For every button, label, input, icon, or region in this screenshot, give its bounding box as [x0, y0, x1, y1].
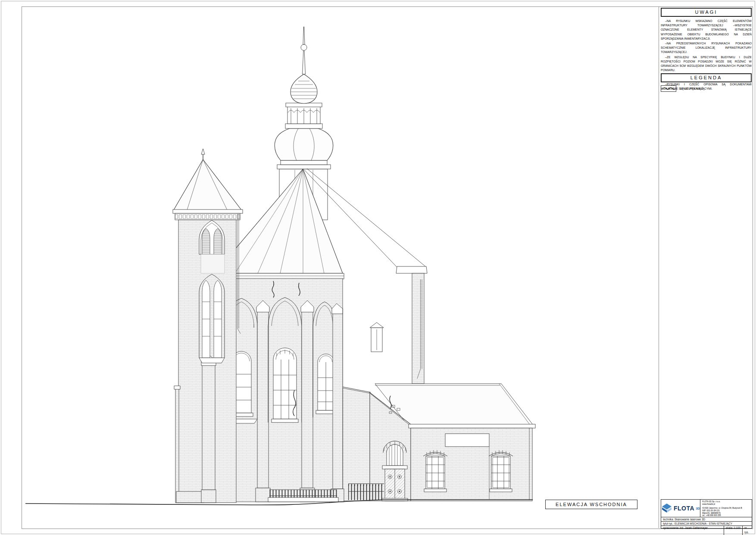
buttress-pier: [300, 300, 315, 502]
title-block-header-row: FLOTA3D FLOTA 3D Sp. z o.o. www.flota3d.…: [661, 500, 752, 517]
church-east-elevation: [25, 27, 535, 505]
legend-panel: LEGENDA LINIE PĘKNIĘĆ: [661, 73, 752, 92]
legend-item-label: LINIE PĘKNIĘĆ: [680, 87, 703, 90]
cad-sheet: { "sheet": {"width": 1754, "height": 124…: [0, 0, 756, 535]
buttress-pier: [331, 303, 344, 502]
drawing-caption-label: ELEWACJA WSCHODNIA: [556, 502, 627, 507]
note-paragraph: –NA RYSUNKU WSKAZANO CZĘŚĆ ELEMENTÓW INF…: [661, 19, 752, 41]
elevation-drawing: [0, 0, 756, 535]
scale-cell: skala: 1:100: [724, 526, 743, 535]
crack-line-symbol: [661, 85, 676, 92]
technique-row: technika: Skanowanie laserowe 3D: [661, 517, 752, 522]
author-row: opracowanie: inż. Jacek Gattermayer skal…: [661, 526, 752, 535]
wall-shrine: [370, 322, 384, 352]
dentil-band: [175, 213, 240, 220]
annex-window: [423, 450, 447, 492]
legend-title: LEGENDA: [661, 73, 752, 82]
tower-spire: [174, 160, 241, 210]
company-phone: tel.: +48 696 600 255: [702, 514, 752, 517]
annex: [342, 384, 535, 501]
note-paragraph: –NA PRZEDSTAWIONYCH RYSUNKACH POKAZANO S…: [661, 41, 752, 55]
tower-buttress: [202, 365, 215, 490]
logo-sup: 3D: [696, 507, 700, 510]
layered-diamond-icon: [661, 503, 672, 513]
logo-text: FLOTA: [674, 505, 694, 512]
title-block: FLOTA3D FLOTA 3D Sp. z o.o. www.flota3d.…: [661, 499, 752, 529]
drawing-title-row: tytuł rys.: ELEWACJA WSCHODNIA - STAN IS…: [661, 522, 752, 526]
wall-patch-panel: [445, 434, 489, 447]
author-cell: opracowanie: inż. Jacek Gattermayer: [661, 526, 724, 535]
drawing-number-cell: nr rys. 11: [743, 526, 752, 535]
company-logo: FLOTA3D: [661, 500, 700, 517]
notes-title: UWAGI: [661, 8, 752, 17]
legend-item: LINIE PĘKNIĘĆ: [661, 85, 752, 92]
nave-wall: [412, 273, 424, 384]
company-info: FLOTA 3D Sp. z o.o. www.flota3d.pl 43-60…: [700, 500, 752, 517]
left-tower: [173, 149, 243, 503]
annex-window: [489, 450, 513, 492]
note-paragraph: –ZE WZGLĘDU NA SPECYFIKĘ BUDYNKU I DUŻE …: [661, 55, 752, 73]
drawing-caption: ELEWACJA WSCHODNIA: [545, 500, 637, 509]
tower-mid-panel: [201, 254, 225, 273]
